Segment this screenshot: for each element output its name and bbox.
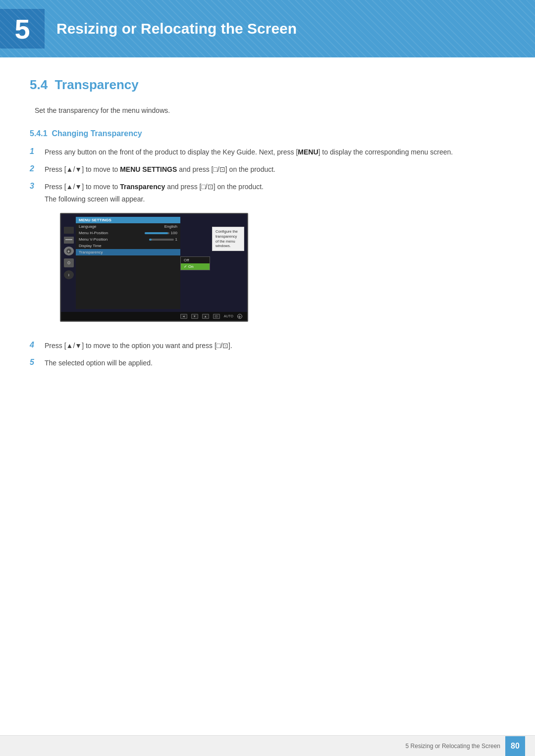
screen-mockup-container: ✛ ⚙ i MENU SETTINGS: [45, 213, 264, 322]
menu-row-display-time: Display Time: [76, 243, 180, 249]
menu-panel-header: MENU SETTINGS: [76, 217, 180, 223]
menu-row-h-position: Menu H-Position 100: [76, 230, 180, 236]
page-footer: 5 Resizing or Relocating the Screen 80: [0, 735, 535, 756]
btn-up: ▲: [202, 314, 209, 319]
auto-label: AUTO: [224, 314, 233, 318]
tooltip-box: Configure the transparency of the menu w…: [212, 227, 244, 251]
menu-icon-2: [64, 237, 74, 244]
menu-icon-1: [64, 227, 74, 234]
page-number-badge: 80: [505, 736, 525, 756]
btn-left: ◄: [180, 314, 187, 319]
submenu-off: Off: [181, 257, 210, 263]
btn-enter: ⊡: [213, 314, 220, 319]
menu-icon-3: ✛: [64, 247, 74, 255]
btn-down: ▼: [191, 314, 198, 319]
submenu-popup: Off ✓ On: [180, 256, 210, 270]
chapter-header: 5 Resizing or Relocating the Screen: [0, 0, 535, 57]
menu-row-v-position: Menu V-Position 1: [76, 236, 180, 243]
menu-sidebar: ✛ ⚙ i: [64, 217, 74, 309]
footer-text: 5 Resizing or Relocating the Screen: [406, 743, 500, 750]
submenu-area: Off ✓ On: [180, 217, 210, 309]
menu-row-language: Language English: [76, 223, 180, 230]
menu-row-transparency: Transparency: [76, 249, 180, 255]
power-circle: ⏻: [237, 314, 242, 319]
menu-icon-4: ⚙: [64, 258, 74, 267]
menu-icon-5: i: [64, 270, 74, 279]
submenu-on: ✓ On: [181, 263, 210, 270]
monitor-screen: ✛ ⚙ i MENU SETTINGS: [60, 213, 248, 322]
monitor-bottom-bar: ◄ ▼ ▲ ⊡ AUTO ⏻: [61, 312, 247, 321]
menu-panel: MENU SETTINGS Language English Menu H-Po…: [76, 217, 180, 309]
chapter-number-box: 5: [0, 9, 45, 49]
